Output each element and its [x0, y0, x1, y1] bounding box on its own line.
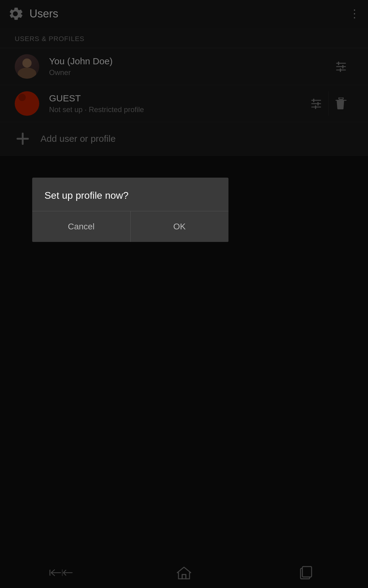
dialog-actions: Cancel OK	[32, 211, 228, 242]
cancel-button[interactable]: Cancel	[32, 211, 130, 242]
setup-profile-dialog: Set up profile now? Cancel OK	[32, 178, 228, 242]
dialog-scrim	[0, 0, 368, 588]
dialog-title: Set up profile now?	[32, 178, 228, 211]
ok-button[interactable]: OK	[131, 211, 229, 242]
